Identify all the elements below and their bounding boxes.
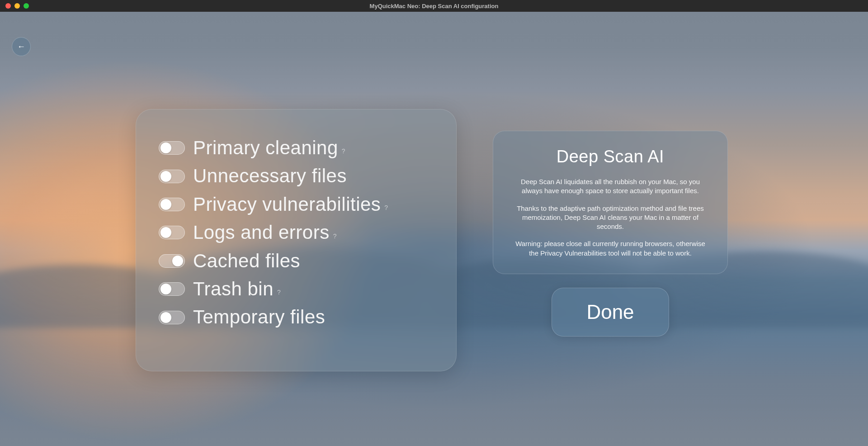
scan-options-panel: Primary cleaning?Unnecessary filesPrivac… xyxy=(136,109,457,371)
option-row: Cached files xyxy=(159,250,434,272)
option-label: Unnecessary files xyxy=(193,165,347,187)
help-icon[interactable]: ? xyxy=(333,232,337,240)
toggle-knob xyxy=(160,171,171,182)
toggle-knob xyxy=(160,284,171,294)
window-title: MyQuickMac Neo: Deep Scan AI configurati… xyxy=(370,3,499,9)
toggle-knob xyxy=(160,199,171,210)
toggle-knob xyxy=(160,312,171,323)
option-label: Privacy vulnerabilities xyxy=(193,193,381,216)
option-toggle[interactable] xyxy=(159,141,185,155)
option-toggle[interactable] xyxy=(159,254,185,268)
option-row: Unnecessary files xyxy=(159,165,434,187)
app-body: ← Primary cleaning?Unnecessary filesPriv… xyxy=(0,12,868,446)
option-row: Trash bin? xyxy=(159,278,434,300)
content-area: Primary cleaning?Unnecessary filesPrivac… xyxy=(0,12,868,446)
info-paragraph-3: Warning: please close all currently runn… xyxy=(511,239,709,258)
toggle-knob xyxy=(172,256,183,266)
option-toggle[interactable] xyxy=(159,198,185,211)
info-paragraph-1: Deep Scan AI liquidates all the rubbish … xyxy=(511,177,709,196)
option-toggle[interactable] xyxy=(159,311,185,324)
info-title: Deep Scan AI xyxy=(511,147,709,166)
info-paragraph-2: Thanks to the adaptive path optimization… xyxy=(511,204,709,232)
done-button-label: Done xyxy=(586,301,634,323)
right-column: Deep Scan AI Deep Scan AI liquidates all… xyxy=(493,109,728,337)
toggle-knob xyxy=(160,227,171,238)
option-label: Trash bin xyxy=(193,278,274,300)
window-titlebar: MyQuickMac Neo: Deep Scan AI configurati… xyxy=(0,0,868,12)
done-button[interactable]: Done xyxy=(552,288,669,337)
help-icon[interactable]: ? xyxy=(342,147,345,155)
traffic-lights xyxy=(0,3,29,9)
option-row: Primary cleaning? xyxy=(159,137,434,159)
option-row: Temporary files xyxy=(159,306,434,328)
help-icon[interactable]: ? xyxy=(277,289,281,296)
option-toggle[interactable] xyxy=(159,226,185,239)
toggle-knob xyxy=(160,142,171,153)
close-window-button[interactable] xyxy=(5,3,11,9)
option-row: Privacy vulnerabilities? xyxy=(159,193,434,216)
info-panel: Deep Scan AI Deep Scan AI liquidates all… xyxy=(493,131,728,274)
option-label: Primary cleaning xyxy=(193,137,338,159)
option-row: Logs and errors? xyxy=(159,221,434,244)
option-label: Cached files xyxy=(193,250,300,272)
maximize-window-button[interactable] xyxy=(24,3,29,9)
option-toggle[interactable] xyxy=(159,170,185,183)
option-label: Logs and errors xyxy=(193,221,330,244)
option-label: Temporary files xyxy=(193,306,325,328)
help-icon[interactable]: ? xyxy=(384,204,388,211)
minimize-window-button[interactable] xyxy=(14,3,20,9)
option-toggle[interactable] xyxy=(159,282,185,296)
